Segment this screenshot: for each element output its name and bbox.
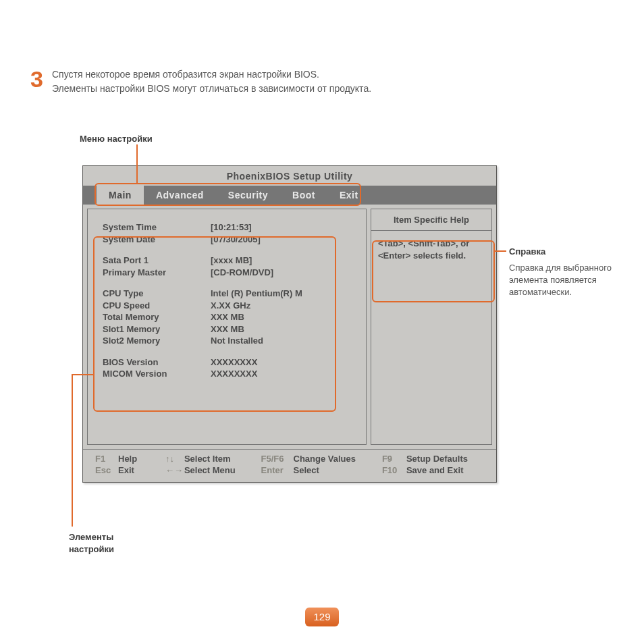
key-leftright-icon: ←→ bbox=[165, 465, 184, 475]
action-select: Select bbox=[294, 465, 319, 475]
value-cpu-speed: X.XX GHz bbox=[211, 300, 358, 312]
footer-enter: EnterSelect bbox=[261, 465, 382, 475]
key-esc: Esc bbox=[95, 465, 118, 475]
action-setup-defaults: Setup Defaults bbox=[406, 454, 468, 464]
footer-f9: F9Setup Defaults bbox=[382, 454, 484, 464]
key-f5f6: F5/F6 bbox=[261, 454, 294, 464]
step-line1: Спустя некоторое время отобразится экран… bbox=[52, 68, 617, 82]
callout-label-elements: Элементы настройки bbox=[69, 531, 114, 555]
value-micom-version: XXXXXXXX bbox=[211, 368, 358, 380]
footer-f10: F10Save and Exit bbox=[382, 465, 484, 475]
page-number: 129 bbox=[305, 608, 339, 626]
label-slot2-memory: Slot2 Memory bbox=[103, 335, 211, 347]
tab-advanced[interactable]: Advanced bbox=[144, 186, 216, 205]
label-system-time: System Time bbox=[103, 221, 211, 234]
row-bios-version: BIOS VersionXXXXXXXX bbox=[103, 356, 358, 369]
value-sata-port1: [xxxx MB] bbox=[211, 254, 358, 267]
row-sata-port1[interactable]: Sata Port 1[xxxx MB] bbox=[103, 254, 358, 267]
callout-label-help-title: Справка bbox=[509, 246, 545, 257]
row-slot1-memory: Slot1 MemoryXXX MB bbox=[103, 323, 358, 336]
footer-esc: EscExit bbox=[95, 465, 165, 475]
bios-body: System Time[10:21:53] System Date[07/30/… bbox=[83, 205, 496, 449]
footer-f5f6: F5/F6Change Values bbox=[261, 454, 382, 464]
label-system-date: System Date bbox=[103, 234, 211, 246]
value-slot1-memory: XXX MB bbox=[211, 323, 358, 336]
tab-boot[interactable]: Boot bbox=[280, 186, 327, 205]
tab-security[interactable]: Security bbox=[216, 186, 280, 205]
callout-label-menu: Меню настройки bbox=[80, 134, 153, 144]
value-total-memory: XXX MB bbox=[211, 311, 358, 323]
row-slot2-memory: Slot2 MemoryNot Installed bbox=[103, 335, 358, 347]
row-system-date[interactable]: System Date[07/30/2005] bbox=[103, 234, 358, 246]
key-f10: F10 bbox=[382, 465, 406, 475]
action-exit: Exit bbox=[118, 465, 134, 475]
label-slot1-memory: Slot1 Memory bbox=[103, 323, 211, 336]
label-cpu-type: CPU Type bbox=[103, 288, 211, 300]
menu-spacer bbox=[83, 186, 97, 205]
callout-label-help-text: Справка для выбранного элемента появляет… bbox=[509, 262, 624, 299]
footer-leftright: ←→Select Menu bbox=[165, 465, 261, 475]
value-system-date: [07/30/2005] bbox=[211, 234, 358, 246]
bios-window: PhoenixBIOS Setup Utility Main Advanced … bbox=[82, 165, 497, 483]
label-micom-version: MICOM Version bbox=[103, 368, 211, 380]
label-sata-port1: Sata Port 1 bbox=[103, 254, 211, 267]
tab-main[interactable]: Main bbox=[97, 186, 144, 205]
key-f1: F1 bbox=[95, 454, 118, 464]
row-micom-version: MICOM VersionXXXXXXXX bbox=[103, 368, 358, 380]
bios-main-panel: System Time[10:21:53] System Date[07/30/… bbox=[87, 209, 367, 445]
bios-menu-bar: Main Advanced Security Boot Exit bbox=[83, 186, 496, 205]
action-select-menu: Select Menu bbox=[184, 465, 236, 475]
callout-elements-l2: настройки bbox=[69, 543, 114, 556]
footer-col1: F1Help EscExit bbox=[95, 454, 165, 475]
label-cpu-speed: CPU Speed bbox=[103, 300, 211, 312]
value-primary-master: [CD-ROM/DVD] bbox=[211, 267, 358, 279]
footer-updown: ↑↓Select Item bbox=[165, 454, 261, 464]
help-panel-title: Item Specific Help bbox=[371, 209, 491, 231]
label-bios-version: BIOS Version bbox=[103, 356, 211, 369]
footer-col4: F9Setup Defaults F10Save and Exit bbox=[382, 454, 484, 475]
action-save-exit: Save and Exit bbox=[406, 465, 464, 475]
help-panel-body: <Tab>, <Shift-Tab>, or <Enter> selects f… bbox=[371, 231, 491, 268]
row-total-memory: Total MemoryXXX MB bbox=[103, 311, 358, 323]
value-cpu-type: Intel (R) Pentium(R) M bbox=[211, 288, 358, 300]
step-block: 3 Спустя некоторое время отобразится экр… bbox=[30, 68, 617, 96]
step-text: Спустя некоторое время отобразится экран… bbox=[52, 68, 617, 96]
label-total-memory: Total Memory bbox=[103, 311, 211, 323]
footer-col2: ↑↓Select Item ←→Select Menu bbox=[165, 454, 261, 475]
key-f9: F9 bbox=[382, 454, 406, 464]
label-primary-master: Primary Master bbox=[103, 267, 211, 279]
footer-col3: F5/F6Change Values EnterSelect bbox=[261, 454, 382, 475]
value-bios-version: XXXXXXXX bbox=[211, 356, 358, 369]
key-updown-icon: ↑↓ bbox=[165, 454, 184, 464]
row-primary-master[interactable]: Primary Master[CD-ROM/DVD] bbox=[103, 267, 358, 279]
step-line2: Элементы настройки BIOS могут отличаться… bbox=[52, 82, 617, 96]
bios-footer: F1Help EscExit ↑↓Select Item ←→Select Me… bbox=[83, 449, 496, 482]
leader-line-elements-v bbox=[72, 374, 73, 527]
action-select-item: Select Item bbox=[184, 454, 231, 464]
bios-title: PhoenixBIOS Setup Utility bbox=[83, 166, 496, 186]
tab-exit[interactable]: Exit bbox=[327, 186, 371, 205]
action-change-values: Change Values bbox=[294, 454, 356, 464]
value-system-time: [10:21:53] bbox=[211, 221, 358, 234]
row-system-time[interactable]: System Time[10:21:53] bbox=[103, 221, 358, 234]
row-cpu-type: CPU TypeIntel (R) Pentium(R) M bbox=[103, 288, 358, 300]
action-help: Help bbox=[118, 454, 137, 464]
step-number: 3 bbox=[30, 68, 43, 90]
callout-elements-l1: Элементы bbox=[69, 531, 114, 543]
footer-f1: F1Help bbox=[95, 454, 165, 464]
bios-help-panel: Item Specific Help <Tab>, <Shift-Tab>, o… bbox=[371, 209, 492, 445]
value-slot2-memory: Not Installed bbox=[211, 335, 358, 347]
key-enter: Enter bbox=[261, 465, 294, 475]
row-cpu-speed: CPU SpeedX.XX GHz bbox=[103, 300, 358, 312]
